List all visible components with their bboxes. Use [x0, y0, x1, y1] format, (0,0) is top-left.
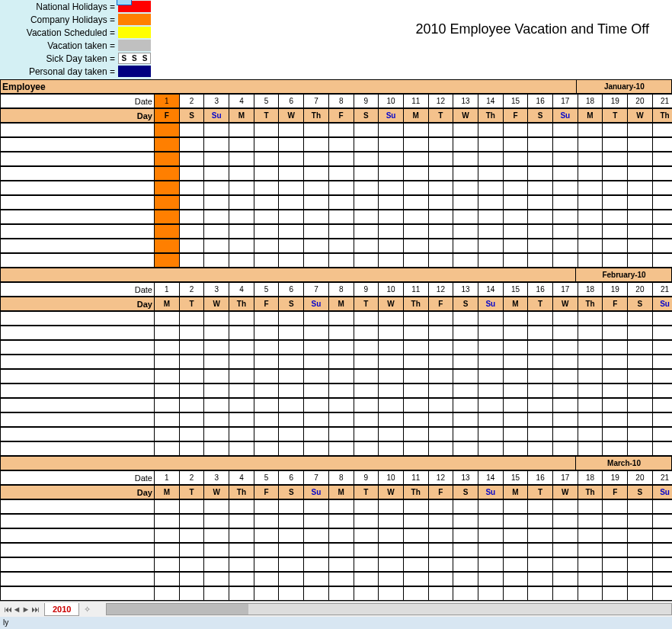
calendar-cell[interactable] [229, 181, 254, 195]
calendar-cell[interactable] [478, 500, 503, 514]
calendar-cell[interactable] [179, 399, 204, 412]
calendar-cell[interactable] [155, 544, 180, 557]
calendar-cell[interactable] [603, 529, 628, 543]
date-cell[interactable]: 4 [229, 471, 254, 485]
calendar-cell[interactable] [229, 124, 254, 137]
calendar-cell[interactable] [428, 384, 453, 398]
date-cell[interactable]: 7 [304, 95, 329, 108]
date-cell[interactable]: 9 [354, 95, 379, 108]
calendar-cell[interactable] [379, 326, 404, 340]
day-cell[interactable]: T [603, 109, 628, 123]
date-cell[interactable]: 21 [652, 471, 672, 485]
calendar-cell[interactable] [553, 515, 578, 528]
calendar-cell[interactable] [403, 152, 428, 166]
calendar-cell[interactable] [553, 152, 578, 166]
calendar-cell[interactable] [478, 138, 503, 152]
calendar-cell[interactable] [304, 355, 329, 369]
calendar-cell[interactable] [428, 355, 453, 369]
calendar-cell[interactable] [155, 181, 180, 195]
calendar-cell[interactable] [628, 355, 653, 369]
calendar-cell[interactable] [229, 544, 254, 557]
calendar-cell[interactable] [578, 181, 603, 195]
date-cell[interactable]: 11 [403, 471, 428, 485]
calendar-cell[interactable] [453, 181, 478, 195]
calendar-cell[interactable] [155, 384, 180, 398]
calendar-cell[interactable] [478, 558, 503, 572]
date-cell[interactable]: 21 [652, 283, 672, 297]
employee-cell[interactable] [1, 399, 155, 412]
day-cell[interactable]: F [328, 109, 354, 123]
calendar-cell[interactable] [603, 225, 628, 239]
calendar-cell[interactable] [603, 587, 628, 601]
calendar-cell[interactable] [304, 515, 329, 528]
calendar-cell[interactable] [478, 428, 503, 441]
calendar-cell[interactable] [503, 138, 528, 152]
calendar-cell[interactable] [428, 326, 453, 340]
calendar-cell[interactable] [155, 341, 180, 355]
calendar-cell[interactable] [403, 312, 428, 326]
day-cell[interactable]: Su [553, 109, 578, 123]
calendar-cell[interactable] [628, 515, 653, 528]
calendar-cell[interactable] [379, 573, 404, 586]
employee-cell[interactable] [1, 413, 155, 427]
employee-cell[interactable] [1, 124, 155, 137]
calendar-cell[interactable] [204, 124, 229, 137]
calendar-cell[interactable] [279, 196, 304, 210]
calendar-cell[interactable] [279, 370, 304, 383]
calendar-cell[interactable] [628, 196, 653, 210]
calendar-cell[interactable] [403, 181, 428, 195]
calendar-cell[interactable] [328, 587, 354, 601]
calendar-cell[interactable] [503, 442, 528, 456]
calendar-cell[interactable] [354, 413, 379, 427]
calendar-cell[interactable] [179, 341, 204, 355]
calendar-cell[interactable] [652, 558, 672, 572]
calendar-cell[interactable] [428, 529, 453, 543]
calendar-cell[interactable] [453, 399, 478, 412]
calendar-cell[interactable] [603, 326, 628, 340]
calendar-cell[interactable] [528, 529, 553, 543]
date-cell[interactable]: 14 [478, 471, 503, 485]
calendar-cell[interactable] [204, 355, 229, 369]
calendar-cell[interactable] [403, 558, 428, 572]
calendar-cell[interactable] [229, 573, 254, 586]
day-cell[interactable]: M [155, 486, 180, 499]
day-cell[interactable]: S [179, 109, 204, 123]
date-cell[interactable]: 14 [478, 283, 503, 297]
calendar-cell[interactable] [578, 558, 603, 572]
calendar-cell[interactable] [403, 544, 428, 557]
calendar-cell[interactable] [628, 529, 653, 543]
calendar-cell[interactable] [179, 181, 204, 195]
calendar-cell[interactable] [652, 152, 672, 166]
calendar-cell[interactable] [279, 544, 304, 557]
calendar-cell[interactable] [155, 442, 180, 456]
calendar-cell[interactable] [528, 370, 553, 383]
calendar-cell[interactable] [304, 167, 329, 181]
calendar-cell[interactable] [229, 428, 254, 441]
calendar-cell[interactable] [603, 254, 628, 268]
calendar-cell[interactable] [603, 384, 628, 398]
calendar-cell[interactable] [155, 515, 180, 528]
calendar-cell[interactable] [155, 500, 180, 514]
day-cell[interactable]: Th [578, 297, 603, 311]
calendar-cell[interactable] [453, 413, 478, 427]
calendar-cell[interactable] [179, 124, 204, 137]
calendar-cell[interactable] [603, 138, 628, 152]
calendar-cell[interactable] [155, 413, 180, 427]
calendar-cell[interactable] [204, 370, 229, 383]
date-cell[interactable]: 4 [229, 95, 254, 108]
calendar-cell[interactable] [578, 500, 603, 514]
calendar-cell[interactable] [478, 573, 503, 586]
calendar-cell[interactable] [179, 442, 204, 456]
day-cell[interactable]: Th [304, 109, 329, 123]
calendar-cell[interactable] [229, 167, 254, 181]
calendar-cell[interactable] [652, 355, 672, 369]
calendar-cell[interactable] [229, 355, 254, 369]
calendar-cell[interactable] [328, 515, 354, 528]
calendar-cell[interactable] [403, 239, 428, 253]
day-cell[interactable]: W [379, 297, 404, 311]
calendar-cell[interactable] [478, 124, 503, 137]
calendar-cell[interactable] [304, 558, 329, 572]
calendar-cell[interactable] [304, 239, 329, 253]
calendar-cell[interactable] [503, 370, 528, 383]
calendar-cell[interactable] [578, 544, 603, 557]
